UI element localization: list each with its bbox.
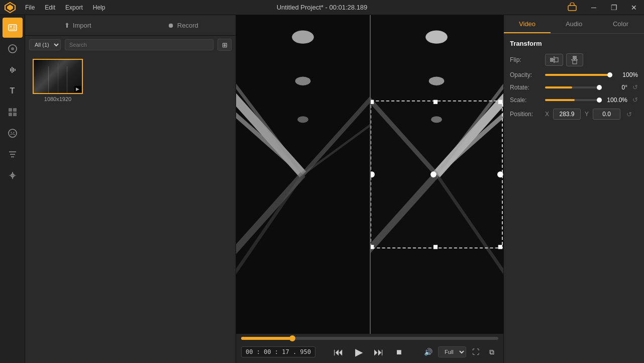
scale-control: 100.0% ↺	[545, 96, 638, 104]
scale-reset[interactable]: ↺	[632, 96, 638, 104]
media-toolbar: All (1) ⊞	[25, 36, 236, 54]
svg-point-59	[431, 172, 436, 177]
progress-bar[interactable]	[241, 337, 498, 340]
play-button[interactable]: ▶	[351, 344, 367, 360]
y-input[interactable]	[593, 109, 620, 120]
opacity-row: Opacity: 100%	[510, 71, 638, 78]
menu-help[interactable]: Help	[88, 0, 111, 15]
sidebar-item-effects[interactable]	[3, 39, 23, 59]
svg-point-21	[13, 132, 14, 133]
rotate-reset[interactable]: ↺	[632, 83, 638, 91]
preview-controls: 00 : 00 : 17 . 950 ⏮ ▶ ⏭ ⏹ 🔊 Full 1/2 1/…	[236, 334, 503, 363]
opacity-slider[interactable]	[545, 74, 610, 76]
y-label: Y	[585, 111, 589, 118]
media-panel: ⬆ Import ⏺ Record All (1) ⊞	[25, 15, 236, 363]
menu-bar: File Edit Export Help	[0, 0, 110, 15]
titlebar: File Edit Export Help Untitled Project* …	[0, 0, 644, 15]
svg-rect-4	[10, 26, 12, 28]
tab-color[interactable]: Color	[597, 15, 644, 33]
rotate-thumb	[597, 85, 602, 90]
media-content: ▶ 1080x1920	[25, 54, 236, 363]
sidebar-item-adjust[interactable]	[3, 165, 23, 186]
stop-button[interactable]: ⏹	[391, 344, 407, 360]
progress-fill	[241, 337, 292, 340]
sidebar: T	[0, 15, 25, 363]
main-content: T ⬆ Import ⏺ Record All (1)	[0, 15, 644, 363]
flip-horizontal-button[interactable]	[545, 54, 563, 66]
rotate-row: Rotate: 0° ↺	[510, 83, 638, 91]
svg-rect-62	[555, 58, 558, 62]
panel-content: Transform Flip: Opacity:	[504, 34, 644, 363]
menu-export[interactable]: Export	[60, 0, 88, 15]
controls-row: 00 : 00 : 17 . 950 ⏮ ▶ ⏭ ⏹ 🔊 Full 1/2 1/…	[241, 344, 498, 360]
opacity-thumb	[607, 72, 612, 77]
media-item[interactable]: ▶ 1080x1920	[30, 59, 85, 102]
rewind-button[interactable]: ⏮	[331, 344, 347, 360]
preview-video	[236, 15, 503, 334]
svg-rect-18	[13, 113, 17, 116]
svg-rect-61	[550, 58, 554, 62]
position-reset[interactable]: ↺	[626, 111, 632, 118]
svg-rect-49	[371, 101, 502, 248]
opacity-label: Opacity:	[510, 71, 545, 78]
tab-audio[interactable]: Audio	[551, 15, 597, 33]
filter-select[interactable]: All (1)	[29, 39, 61, 50]
preview-area: 00 : 00 : 17 . 950 ⏮ ▶ ⏭ ⏹ 🔊 Full 1/2 1/…	[236, 15, 503, 363]
svg-rect-51	[434, 100, 438, 104]
quality-select[interactable]: Full 1/2 1/4	[438, 346, 466, 357]
import-icon: ⬆	[64, 22, 70, 29]
scale-value: 100.0%	[602, 97, 627, 104]
sidebar-item-text[interactable]: T	[3, 81, 23, 101]
tab-video[interactable]: Video	[504, 15, 551, 33]
maximize-button[interactable]: ❐	[604, 0, 624, 15]
right-panel: Video Audio Color Transform Flip:	[503, 15, 644, 363]
app-logo	[0, 0, 20, 15]
rotate-fill	[545, 86, 572, 88]
media-thumbnail: ▶	[33, 59, 83, 94]
media-item-label: 1080x1920	[44, 96, 71, 102]
grid-view-button[interactable]: ⊞	[218, 39, 232, 51]
menu-file[interactable]: File	[20, 0, 40, 15]
sidebar-item-audio[interactable]	[3, 60, 23, 80]
window-controls: ─ ❐ ✕	[565, 0, 644, 15]
opacity-fill	[545, 74, 610, 76]
svg-rect-15	[9, 108, 12, 112]
svg-point-20	[11, 132, 12, 133]
search-input[interactable]	[65, 39, 213, 50]
right-panel-tabs: Video Audio Color	[504, 15, 644, 34]
svg-rect-65	[573, 60, 577, 64]
opacity-value: 100%	[613, 71, 638, 78]
sidebar-item-media[interactable]	[3, 18, 23, 38]
svg-rect-2	[568, 6, 576, 11]
scale-slider[interactable]	[545, 99, 599, 101]
fullscreen-button[interactable]: ⛶	[469, 345, 482, 358]
record-icon: ⏺	[168, 22, 174, 29]
minimize-button[interactable]: ─	[584, 0, 604, 15]
sidebar-item-template[interactable]	[3, 102, 23, 122]
svg-marker-1	[7, 5, 13, 11]
rotate-value: 0°	[602, 84, 627, 91]
x-input[interactable]	[553, 109, 581, 120]
flip-vertical-button[interactable]	[566, 53, 583, 66]
rotate-slider[interactable]	[545, 86, 599, 88]
svg-point-19	[9, 129, 17, 137]
scale-fill	[545, 99, 575, 101]
forward-button[interactable]: ⏭	[371, 344, 387, 360]
progress-thumb	[289, 335, 295, 341]
svg-rect-37	[236, 15, 370, 334]
svg-point-60	[498, 172, 503, 177]
rotate-control: 0° ↺	[545, 83, 638, 91]
flip-label: Flip:	[510, 56, 545, 63]
svg-point-9	[11, 47, 14, 50]
time-display: 00 : 00 : 17 . 950	[241, 346, 315, 357]
volume-button[interactable]: 🔊	[422, 345, 435, 358]
menu-edit[interactable]: Edit	[40, 0, 60, 15]
pip-button[interactable]: ⧉	[485, 345, 498, 358]
sidebar-item-sticker[interactable]	[3, 123, 23, 143]
close-button[interactable]: ✕	[624, 0, 644, 15]
sidebar-item-filter[interactable]	[3, 144, 23, 164]
tab-import[interactable]: ⬆ Import	[25, 15, 131, 35]
tab-record[interactable]: ⏺ Record	[131, 15, 236, 35]
svg-rect-56	[434, 245, 438, 249]
panel-tabs: ⬆ Import ⏺ Record	[25, 15, 236, 36]
